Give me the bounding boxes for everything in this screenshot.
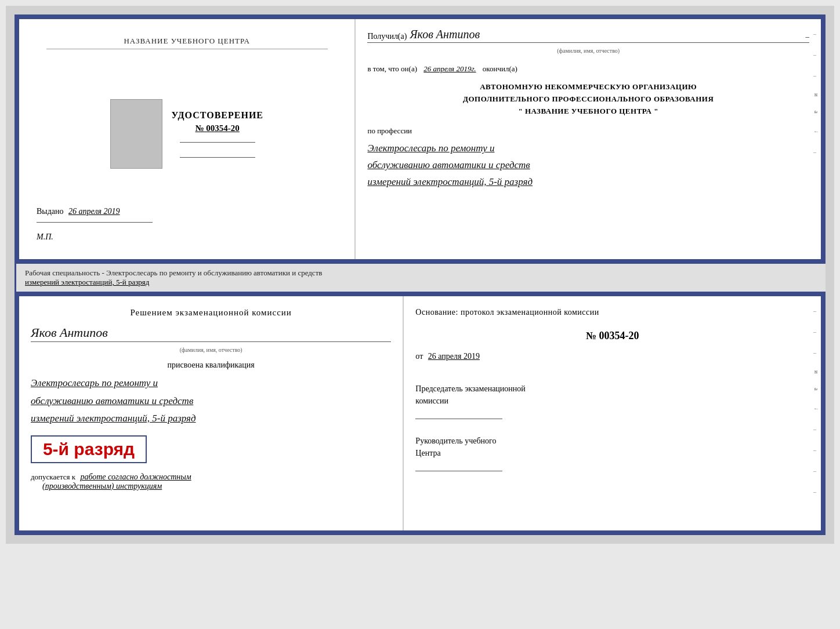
udost-title: УДОСТОВЕРЕНИЕ — [171, 110, 263, 121]
dopuskaetsya-text2: (производственным) инструкциям — [42, 482, 162, 490]
qual-line3: измерений электростанций, 5-й разряд — [31, 410, 391, 428]
poluchil-section: Получил(а) Яков Антипов – — [367, 28, 809, 43]
vydano-date: 26 апреля 2019 — [68, 207, 120, 216]
vtom-label: в том, что он(а) — [367, 64, 417, 73]
deco2-mark-1: – — [813, 308, 820, 314]
ano-block: АВТОНОМНУЮ НЕКОММЕРЧЕСКУЮ ОРГАНИЗАЦИЮ ДО… — [367, 81, 809, 117]
bottom-document: Решением экзаменационной комиссии Яков А… — [15, 292, 825, 535]
poluchil-label: Получил(а) — [367, 32, 407, 41]
rukovoditel-title2: Центра — [415, 447, 809, 459]
predsedatel-sign-line — [415, 419, 502, 419]
recipient-name-bottom-wrap: Яков Антипов — [31, 325, 391, 342]
recipient-name-top: Яков Антипов — [410, 28, 480, 41]
deco-mark-4: ← — [813, 128, 820, 134]
deco2-mark-6: – — [813, 447, 820, 453]
deco-mark-5: – — [813, 149, 820, 155]
page-wrapper: НАЗВАНИЕ УЧЕБНОГО ЦЕНТРА УДОСТОВЕРЕНИЕ №… — [6, 6, 834, 544]
prof-line2: обслуживанию автоматики и средств — [367, 157, 809, 174]
qual-line2: обслуживанию автоматики и средств — [31, 392, 391, 410]
ano-line2: ДОПОЛНИТЕЛЬНОГО ПРОФЕССИОНАЛЬНОГО ОБРАЗО… — [367, 93, 809, 106]
prof-line3: измерений электростанций, 5-й разряд — [367, 174, 809, 191]
protocol-number: № 00354-20 — [415, 330, 809, 342]
fio-sub-label-top: (фамилия, имя, отчество) — [367, 48, 809, 54]
qualification-text: Электрослесарь по ремонту и обслуживанию… — [31, 375, 391, 428]
deco-vertical-и: и — [813, 93, 820, 96]
vtom-line: в том, что он(а) 26 апреля 2019г. окончи… — [367, 64, 809, 74]
resheniem-title: Решением экзаменационной комиссии — [31, 308, 391, 318]
recipient-name-bottom: Яков Антипов — [31, 325, 108, 340]
middle-text-line2: измерений электростанций, 5-й разряд — [25, 278, 149, 286]
deco-mark-1: – — [813, 31, 820, 37]
deco2-mark-3: – — [813, 350, 820, 356]
rukovoditel-sign-line — [415, 471, 502, 471]
razryad-badge: 5-й разряд — [31, 435, 147, 463]
vydano-label: Выдано — [37, 207, 64, 216]
profession-text: Электрослесарь по ремонту и обслуживанию… — [367, 140, 809, 191]
prisvoena-label: присвоена квалификация — [31, 361, 391, 370]
cert-bottom: Выдано 26 апреля 2019 М.П. — [31, 207, 343, 242]
deco2-vertical-и: и — [813, 370, 820, 373]
ot-label: от — [415, 352, 423, 361]
qual-line1: Электрослесарь по ремонту и — [31, 375, 391, 392]
dopuskaetsya-section: допускается к работе согласно должностны… — [31, 472, 391, 491]
vydano-line: Выдано 26 апреля 2019 — [37, 207, 120, 216]
deco-mark-2: – — [813, 52, 820, 58]
ano-line3: " НАЗВАНИЕ УЧЕБНОГО ЦЕНТРА " — [367, 106, 809, 118]
right-side-marks: – – – и а ← – — [813, 31, 820, 155]
training-center-top: НАЗВАНИЕ УЧЕБНОГО ЦЕНТРА — [46, 37, 328, 49]
deco2-mark-2: – — [813, 329, 820, 335]
ot-line: от 26 апреля 2019 — [415, 352, 809, 361]
predsedatel-title: Председатель экзаменационной — [415, 383, 809, 395]
bottom-doc-left: Решением экзаменационной комиссии Яков А… — [19, 296, 404, 530]
okonchil-label: окончил(а) — [483, 64, 517, 73]
dopuskaetsya-label: допускается к — [31, 472, 75, 481]
rukovoditel-block: Руководитель учебного Центра — [415, 435, 809, 471]
vtom-date: 26 апреля 2019г. — [423, 64, 476, 73]
deco2-mark-8: – — [813, 489, 820, 495]
right-side-marks-bottom: – – – и а ← – – – – — [813, 308, 820, 495]
udost-number: № 00354-20 — [195, 123, 240, 133]
top-document: НАЗВАНИЕ УЧЕБНОГО ЦЕНТРА УДОСТОВЕРЕНИЕ №… — [15, 14, 825, 264]
fio-sub-label-bottom: (фамилия, имя, отчество) — [31, 347, 391, 353]
po-prof-label: по профессии — [367, 126, 809, 136]
middle-text-line1: Рабочая специальность - Электрослесарь п… — [25, 268, 322, 277]
deco2-mark-7: – — [813, 468, 820, 474]
deco2-mark-4: ← — [813, 405, 820, 412]
cert-middle-section: УДОСТОВЕРЕНИЕ № 00354-20 — [110, 99, 263, 169]
deco2-mark-5: – — [813, 426, 820, 432]
dopuskaetsya-text1: работе согласно должностным — [80, 472, 191, 481]
predsedatel-block: Председатель экзаменационной комиссии — [415, 383, 809, 419]
osnovanie-title: Основание: протокол экзаменационной коми… — [415, 308, 809, 317]
bottom-doc-right: Основание: протокол экзаменационной коми… — [404, 296, 821, 530]
rukovoditel-title: Руководитель учебного — [415, 435, 809, 447]
prof-line1: Электрослесарь по ремонту и — [367, 140, 809, 157]
photo-placeholder — [110, 99, 162, 169]
ot-date: 26 апреля 2019 — [428, 352, 480, 361]
cert-info: УДОСТОВЕРЕНИЕ № 00354-20 — [171, 110, 263, 158]
deco2-vertical-а: а — [813, 388, 820, 390]
ano-line1: АВТОНОМНУЮ НЕКОММЕРЧЕСКУЮ ОРГАНИЗАЦИЮ — [367, 81, 809, 93]
top-doc-left: НАЗВАНИЕ УЧЕБНОГО ЦЕНТРА УДОСТОВЕРЕНИЕ №… — [19, 19, 356, 259]
deco-mark-3: – — [813, 72, 820, 79]
middle-text-section: Рабочая специальность - Электрослесарь п… — [15, 264, 825, 292]
deco-vertical-а: а — [813, 111, 820, 113]
top-doc-right: Получил(а) Яков Антипов – (фамилия, имя,… — [356, 19, 821, 259]
mp-label: М.П. — [37, 232, 53, 241]
predsedatel-title2: комиссии — [415, 395, 809, 407]
